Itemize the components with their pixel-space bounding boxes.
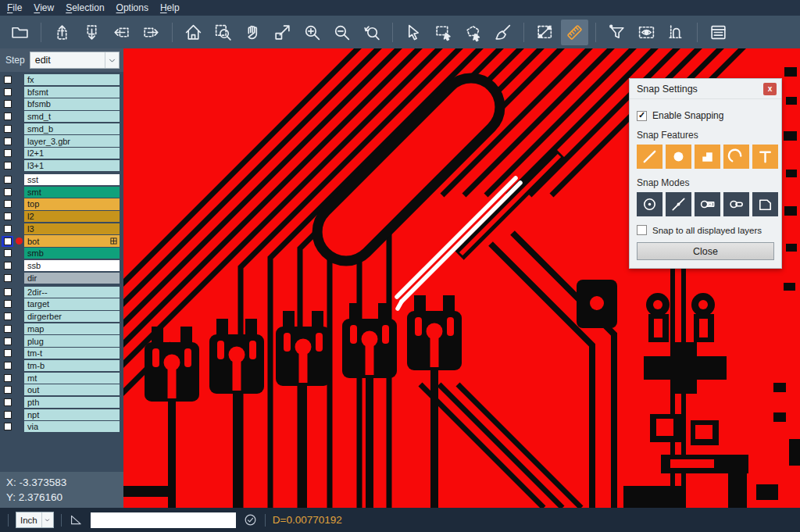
snap-feature-text-button[interactable] [752,145,778,169]
layer-checkbox-2dir--[interactable] [2,287,13,298]
pan-button[interactable] [239,20,266,45]
view-region-button[interactable] [633,20,660,45]
open-button[interactable] [6,20,34,45]
snap-mode-center-button[interactable] [637,192,662,216]
layer-checkbox-bfsmt[interactable] [2,87,13,98]
snap-mode-slot-button[interactable] [695,192,720,216]
snap-feature-pad-button[interactable] [666,145,691,169]
report-button[interactable] [705,20,732,45]
layer-name-bot[interactable]: bot [24,235,120,246]
load-left-button[interactable] [108,20,135,45]
layer-name-smb[interactable]: smb [24,248,120,259]
layer-checkbox-l2+1[interactable] [2,148,13,159]
close-button[interactable]: Close [637,242,774,260]
layer-name-l2+1[interactable]: l2+1 [24,148,120,159]
layer-checkbox-via[interactable] [2,421,13,432]
layer-checkbox-top[interactable] [2,198,13,209]
layer-name-l3+1[interactable]: l3+1 [24,160,120,171]
layer-checkbox-bfsmb[interactable] [2,98,13,109]
layer-checkbox-ssb[interactable] [2,260,13,271]
layer-name-bfsmb[interactable]: bfsmb [24,98,120,109]
layer-checkbox-tm-b[interactable] [2,360,13,371]
load-up-button[interactable] [48,20,76,45]
measure-line-button[interactable] [531,20,559,45]
snap-mode-round-slot-button[interactable] [723,192,749,216]
layer-name-layer_3.gbr[interactable]: layer_3.gbr [24,135,120,146]
angle-tool-icon[interactable] [69,512,84,527]
layer-name-plug[interactable]: plug [24,335,120,346]
layer-name-fx[interactable]: fx [24,74,120,85]
zoom-back-button[interactable] [358,20,385,45]
layer-checkbox-dir[interactable] [2,273,13,284]
layer-checkbox-mt[interactable] [2,373,13,384]
layer-checkbox-pth[interactable] [2,397,13,408]
layer-checkbox-plug[interactable] [2,336,13,347]
menu-help[interactable]: Help [160,2,180,13]
layer-name-2dir--[interactable]: 2dir-- [24,287,120,298]
layer-name-via[interactable]: via [24,421,120,432]
layer-name-top[interactable]: top [24,198,120,209]
select-poly-button[interactable] [459,20,487,45]
layer-name-pth[interactable]: pth [24,397,120,408]
layer-checkbox-sst[interactable] [2,174,13,185]
layer-name-npt[interactable]: npt [24,409,120,420]
snap-feature-line-button[interactable] [637,145,662,169]
menu-selection[interactable]: Selection [66,2,104,13]
layer-checkbox-bot[interactable] [2,236,13,247]
layer-name-tm-b[interactable]: tm-b [24,360,120,371]
layer-name-l3[interactable]: l3 [24,223,120,234]
layer-checkbox-l3+1[interactable] [2,160,13,171]
load-right-button[interactable] [138,20,165,45]
filter-button[interactable] [603,20,630,45]
dialog-title-bar[interactable]: Snap Settings x [630,79,781,99]
layer-name-smd_b[interactable]: smd_b [24,123,120,134]
unit-select[interactable]: Inch [16,512,54,528]
snap-feature-surface-button[interactable] [695,145,720,169]
select-rect-button[interactable] [430,20,457,45]
layer-checkbox-map[interactable] [2,323,13,334]
net-path-button[interactable] [662,20,690,45]
menu-view[interactable]: View [34,2,54,13]
layer-checkbox-npt[interactable] [2,409,13,420]
layer-name-smd_t[interactable]: smd_t [24,111,120,122]
clear-brush-button[interactable] [489,20,516,45]
layer-checkbox-smt[interactable] [2,187,13,198]
layer-name-bfsmt[interactable]: bfsmt [24,87,120,98]
layer-name-dirgerber[interactable]: dirgerber [24,311,120,322]
zoom-window-button[interactable] [209,20,237,45]
snap-mode-contour-button[interactable] [752,192,778,216]
ruler-button[interactable] [561,20,588,45]
layer-checkbox-smd_b[interactable] [2,123,13,134]
layer-name-ssb[interactable]: ssb [24,260,120,271]
pcb-canvas[interactable]: Snap Settings x Enable Snapping Snap Fea… [123,48,800,508]
move-button[interactable] [269,20,296,45]
layer-name-l2[interactable]: l2 [24,211,120,222]
layer-checkbox-l3[interactable] [2,223,13,234]
layer-checkbox-smd_t[interactable] [2,111,13,122]
layer-checkbox-tm-t[interactable] [2,348,13,359]
menu-file[interactable]: File [7,2,22,13]
snap-feature-arc-button[interactable] [723,145,749,169]
menu-options[interactable]: Options [116,2,148,13]
command-input[interactable] [91,512,236,528]
snap-all-layers-checkbox[interactable] [637,225,647,235]
enable-snapping-checkbox[interactable] [637,111,647,121]
layer-name-tm-t[interactable]: tm-t [24,348,120,359]
cursor-button[interactable] [400,20,427,45]
layer-name-mt[interactable]: mt [24,373,120,384]
snap-all-layers-row[interactable]: Snap to all displayed layers [637,225,774,235]
layer-checkbox-l2[interactable] [2,211,13,222]
snap-mode-midpoint-button[interactable] [666,192,691,216]
confirm-circle-icon[interactable] [243,512,258,527]
dialog-close-icon[interactable]: x [763,83,777,95]
layer-name-out[interactable]: out [24,384,120,395]
step-select[interactable]: edit [30,52,120,69]
layer-name-smt[interactable]: smt [24,187,120,198]
layer-name-sst[interactable]: sst [24,174,120,185]
layer-checkbox-target[interactable] [2,298,13,309]
layer-checkbox-fx[interactable] [2,74,13,85]
layer-checkbox-layer_3.gbr[interactable] [2,136,13,147]
layer-name-map[interactable]: map [24,323,120,334]
enable-snapping-row[interactable]: Enable Snapping [637,110,774,121]
home-button[interactable] [180,20,207,45]
